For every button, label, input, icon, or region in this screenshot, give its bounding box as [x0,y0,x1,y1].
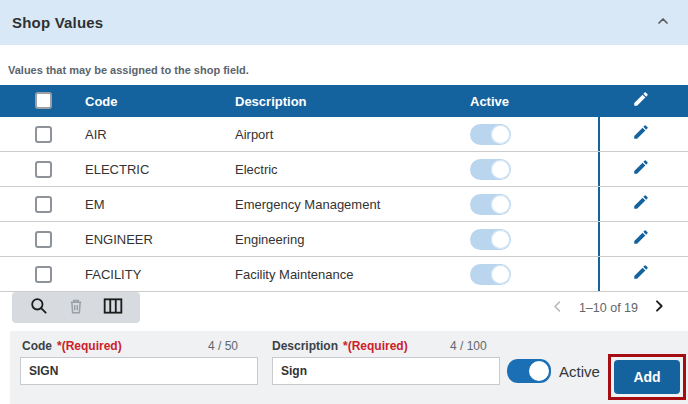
chevron-left-icon [550,299,565,318]
checkbox [35,266,52,283]
panel-title: Shop Values [12,14,103,31]
table-row: ENGINEER Engineering [0,222,688,257]
checkbox [35,126,52,143]
description-required-label: *(Required) [343,339,408,353]
column-header-code[interactable]: Code [85,85,118,117]
add-button-highlight: Add [608,354,686,400]
pencil-icon [632,90,650,112]
row-code: EM [85,187,105,221]
column-header-description[interactable]: Description [235,85,307,117]
row-code: FACILITY [85,257,141,291]
columns-icon [103,297,123,319]
pencil-icon [632,123,650,145]
columns-button[interactable] [100,295,126,321]
row-description: Engineering [235,222,304,256]
row-active-toggle[interactable] [470,194,511,219]
edit-all-button[interactable] [626,90,656,112]
active-toggle[interactable] [507,359,551,383]
row-edit-button[interactable] [626,228,656,250]
row-checkbox[interactable] [35,196,52,217]
table-toolbar [12,292,140,323]
description-char-counter: 4 / 100 [450,339,487,353]
code-required-label: *(Required) [57,339,122,353]
pencil-icon [632,228,650,250]
pencil-icon [632,193,650,215]
row-active-toggle[interactable] [470,124,511,149]
chevron-right-icon [651,298,667,318]
add-button[interactable]: Add [614,360,680,394]
checkbox [35,196,52,213]
row-checkbox[interactable] [35,231,52,252]
collapse-button[interactable] [652,12,674,34]
column-divider [598,257,600,291]
panel-header: Shop Values [0,0,688,45]
active-toggle-label: Active [559,363,600,380]
search-icon [29,296,49,320]
row-description: Electric [235,152,278,186]
row-edit-button[interactable] [626,158,656,180]
pagination: 1–10 of 19 [547,294,670,322]
row-checkbox[interactable] [35,161,52,182]
row-active-toggle[interactable] [470,159,511,184]
row-code: ELECTRIC [85,152,149,186]
trash-icon [67,297,85,319]
row-edit-button[interactable] [626,193,656,215]
table-row: ELECTRIC Electric [0,152,688,187]
table-body: AIR Airport ELECTRIC Electric EM Emergen… [0,117,688,292]
row-edit-button[interactable] [626,123,656,145]
column-divider [598,222,600,256]
pagination-range-label: 1–10 of 19 [579,301,638,315]
row-description: Facility Maintenance [235,257,354,291]
column-header-active[interactable]: Active [470,85,509,117]
panel-subtitle: Values that may be assigned to the shop … [8,64,249,76]
pencil-icon [632,263,650,285]
search-button[interactable] [26,295,52,321]
chevron-up-icon [655,13,671,33]
next-page-button[interactable] [648,297,670,319]
pencil-icon [632,158,650,180]
row-checkbox[interactable] [35,126,52,147]
code-field[interactable] [20,357,258,385]
column-divider [598,187,600,221]
add-value-form: Code *(Required) 4 / 50 Description *(Re… [10,331,688,404]
shop-values-panel: Shop Values Values that may be assigned … [0,0,688,404]
row-active-toggle[interactable] [470,229,511,254]
row-description: Airport [235,117,273,151]
description-label: Description [272,339,338,353]
row-code: ENGINEER [85,222,153,256]
table-row: FACILITY Facility Maintenance [0,257,688,292]
code-char-counter: 4 / 50 [208,339,238,353]
row-code: AIR [85,117,107,151]
checkbox [35,92,52,109]
column-divider [598,152,600,186]
row-active-toggle[interactable] [470,264,511,289]
checkbox [35,231,52,248]
row-edit-button[interactable] [626,263,656,285]
description-field[interactable] [272,357,500,385]
table-header: Code Description Active [0,85,688,117]
code-label: Code [22,339,52,353]
row-description: Emergency Management [235,187,380,221]
table-row: EM Emergency Management [0,187,688,222]
previous-page-button[interactable] [547,297,569,319]
column-divider [598,117,600,151]
delete-button[interactable] [63,295,89,321]
row-checkbox[interactable] [35,266,52,287]
checkbox [35,161,52,178]
table-row: AIR Airport [0,117,688,152]
select-all-checkbox[interactable] [35,92,52,113]
